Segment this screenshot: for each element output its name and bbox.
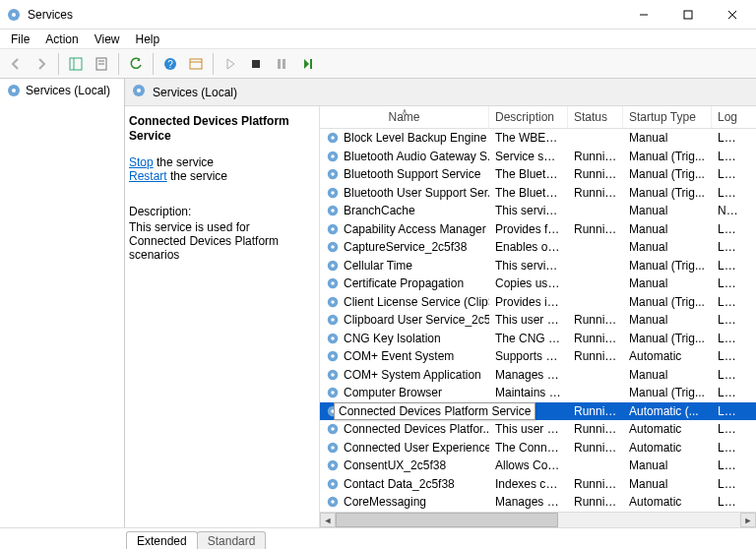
cell-description: Provides inf... — [489, 295, 568, 309]
menu-help[interactable]: Help — [129, 31, 167, 47]
svg-text:?: ? — [167, 59, 173, 70]
horizontal-scrollbar[interactable]: ◄ ► — [320, 512, 756, 527]
cell-description: This service ... — [489, 204, 568, 217]
table-row[interactable]: CoreMessagingManages co...RunningAutomat… — [320, 493, 756, 512]
table-row[interactable]: Contact Data_2c5f38Indexes con...Running… — [320, 475, 756, 494]
table-row[interactable]: Certificate PropagationCopies user ...Ma… — [320, 274, 756, 293]
tree-root-label: Services (Local) — [26, 84, 110, 97]
table-row[interactable]: Client License Service (ClipS...Provides… — [320, 293, 756, 312]
svg-point-22 — [137, 89, 141, 92]
cell-name: CaptureService_2c5f38 — [320, 240, 489, 254]
svg-point-34 — [331, 227, 335, 231]
svg-rect-3 — [684, 11, 692, 19]
stop-service-button[interactable] — [244, 52, 268, 76]
cell-description: Enables opti... — [489, 240, 568, 254]
svg-rect-6 — [70, 58, 82, 70]
stop-service-link[interactable]: Stop — [129, 155, 154, 169]
start-service-button[interactable] — [219, 52, 242, 76]
properties-button[interactable] — [184, 52, 208, 76]
scroll-thumb[interactable] — [336, 513, 558, 527]
table-row[interactable]: Bluetooth Audio Gateway S...Service sup.… — [320, 148, 756, 166]
table-row[interactable]: Bluetooth User Support Ser...The Bluetoo… — [320, 184, 756, 203]
cell-name: CNG Key Isolation — [320, 332, 489, 345]
table-row[interactable]: CaptureService_2c5f38Enables opti...Manu… — [320, 238, 756, 257]
cell-name: BranchCache — [320, 204, 489, 217]
minimize-button[interactable] — [621, 0, 665, 29]
table-row[interactable]: Connected User Experience...The Connec..… — [320, 439, 756, 458]
tree-pane[interactable]: Services (Local) — [0, 79, 125, 527]
menu-view[interactable]: View — [88, 31, 127, 47]
cell-log-on-as: Loca — [712, 259, 743, 273]
col-log-on-as[interactable]: Log — [712, 106, 743, 128]
cell-log-on-as: Loca — [712, 477, 743, 491]
col-description[interactable]: Description — [489, 106, 568, 128]
menu-file[interactable]: File — [4, 31, 36, 47]
cell-startup-type: Automatic (... — [623, 404, 712, 418]
toolbar: ? — [0, 49, 756, 79]
description-text: This service is used for Connected Devic… — [129, 220, 309, 262]
cell-log-on-as: Loca — [712, 386, 743, 399]
svg-point-56 — [331, 428, 335, 432]
svg-point-60 — [331, 464, 335, 468]
restart-suffix: the service — [167, 169, 227, 183]
scroll-right-icon[interactable]: ► — [740, 513, 756, 527]
menu-action[interactable]: Action — [38, 31, 85, 47]
table-row[interactable]: CNG Key IsolationThe CNG ke...RunningMan… — [320, 330, 756, 348]
scroll-left-icon[interactable]: ◄ — [320, 513, 336, 527]
restart-service-button[interactable] — [295, 52, 319, 76]
cell-name: Bluetooth Support Service — [320, 167, 489, 181]
cell-status: Running — [568, 404, 623, 418]
cell-description: Supports Sy... — [489, 349, 568, 363]
back-button[interactable] — [4, 52, 28, 76]
cell-status: Running — [568, 422, 623, 436]
col-status[interactable]: Status — [568, 106, 623, 128]
table-row[interactable]: Connected Devices Platfor...This user se… — [320, 420, 756, 439]
cell-startup-type: Manual (Trig... — [623, 295, 712, 309]
show-hide-tree-button[interactable] — [64, 52, 88, 76]
maximize-button[interactable] — [665, 0, 710, 29]
cell-log-on-as: Loca — [712, 186, 743, 200]
cell-status: Running — [568, 495, 623, 509]
scroll-track[interactable] — [336, 513, 740, 527]
table-row[interactable]: Block Level Backup Engine ...The WBENG..… — [320, 129, 756, 148]
export-list-button[interactable] — [90, 52, 113, 76]
table-row[interactable]: COM+ Event SystemSupports Sy...RunningAu… — [320, 347, 756, 366]
refresh-button[interactable] — [124, 52, 148, 76]
col-startup-type[interactable]: Startup Type — [623, 106, 712, 128]
cell-startup-type: Manual — [623, 222, 712, 236]
cell-status: Running — [568, 477, 623, 491]
col-name[interactable]: ∧ Name — [320, 106, 489, 128]
cell-log-on-as: Loca — [712, 422, 743, 436]
table-row[interactable]: Capability Access Manager ...Provides fa… — [320, 220, 756, 239]
cell-startup-type: Manual — [623, 276, 712, 290]
svg-point-26 — [331, 154, 335, 158]
cell-log-on-as: Loca — [712, 368, 743, 382]
tree-root-services-local[interactable]: Services (Local) — [0, 81, 124, 100]
cell-status: Running — [568, 313, 623, 327]
table-row[interactable]: COM+ System ApplicationManages th...Manu… — [320, 366, 756, 385]
service-list[interactable]: Block Level Backup Engine ...The WBENG..… — [320, 129, 756, 512]
svg-rect-18 — [310, 59, 312, 69]
tab-standard[interactable]: Standard — [197, 531, 267, 549]
tab-extended[interactable]: Extended — [126, 531, 198, 549]
help-button[interactable]: ? — [158, 52, 182, 76]
cell-log-on-as: Loca — [712, 131, 743, 145]
table-row[interactable]: Clipboard User Service_2c5f...This user … — [320, 311, 756, 330]
cell-status: Running — [568, 167, 623, 181]
cell-log-on-as: Loca — [712, 167, 743, 181]
table-row[interactable]: Computer BrowserMaintains a...Manual (Tr… — [320, 384, 756, 402]
cell-name: Bluetooth User Support Ser... — [320, 186, 489, 200]
restart-service-link[interactable]: Restart — [129, 169, 167, 183]
forward-button[interactable] — [30, 52, 53, 76]
table-row[interactable]: BranchCacheThis service ...ManualNetv — [320, 202, 756, 220]
svg-point-32 — [331, 210, 335, 214]
cell-description: This service ... — [489, 259, 568, 273]
svg-point-48 — [331, 355, 335, 359]
table-row[interactable]: Cellular TimeThis service ...Manual (Tri… — [320, 257, 756, 275]
table-row[interactable]: ConsentUX_2c5f38Allows Con...ManualLoca — [320, 457, 756, 475]
cell-log-on-as: Loca — [712, 222, 743, 236]
pause-service-button[interactable] — [270, 52, 293, 76]
table-row[interactable]: Bluetooth Support ServiceThe Bluetoo...R… — [320, 165, 756, 184]
close-button[interactable] — [710, 0, 754, 29]
cell-description: Provides fac... — [489, 222, 568, 236]
